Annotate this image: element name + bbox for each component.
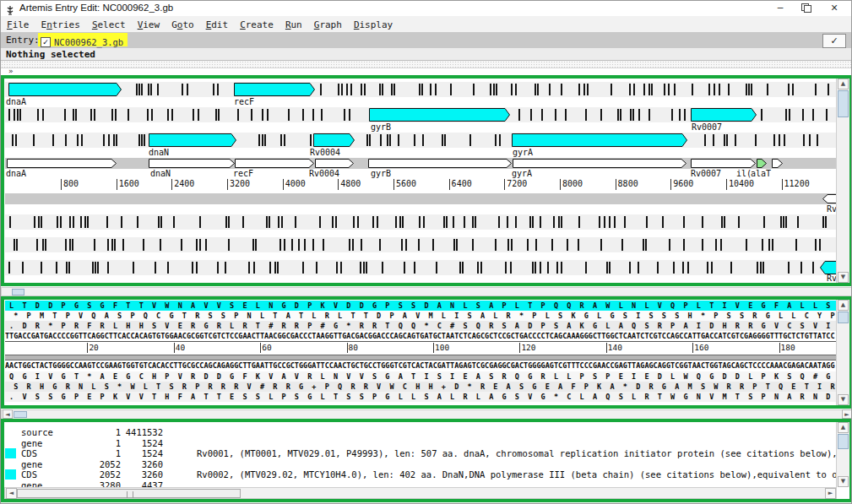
forward-frame-3[interactable] xyxy=(5,133,837,148)
featurelist-hscroll-thumb[interactable] xyxy=(17,489,241,498)
feature-Rv0007[interactable] xyxy=(691,108,757,122)
hscroll-right-arrow[interactable]: ► xyxy=(842,409,852,419)
feature-gyrA[interactable] xyxy=(512,133,687,147)
aa-reverse-frame-1[interactable]: Q G I V G T * A E G C H P V R D D G F K … xyxy=(5,371,836,382)
feature-type: CDS xyxy=(21,448,37,458)
selection-status: Nothing selected xyxy=(6,49,95,60)
ruler-tick-1600: 1600 xyxy=(117,179,139,190)
restore-button[interactable] xyxy=(795,1,820,16)
sequence-vertical-scrollbar[interactable]: ▲▼ xyxy=(836,300,849,405)
feature-description: Rv0002, (MTV029.02, MTCY10H4.0), len: 40… xyxy=(197,469,835,480)
seq-ruler-tick-80: 80 xyxy=(347,343,358,353)
forward-strand-gene-line[interactable] xyxy=(5,158,837,169)
ruler-tick-11200: 11200 xyxy=(782,179,810,190)
forward-frame-1[interactable] xyxy=(5,82,837,97)
vscroll-down-arrow[interactable]: ▼ xyxy=(838,476,849,487)
feature-row-gene-1[interactable]: gene11524 xyxy=(4,438,837,448)
menu-select[interactable]: Select xyxy=(92,19,126,30)
aa-frame-2[interactable]: * P M T P V Q A S P Q C G T R S S P N L … xyxy=(5,311,836,321)
menu-goto[interactable]: Goto xyxy=(171,19,194,30)
gene-gyrA[interactable] xyxy=(513,159,686,168)
menu-entries[interactable]: Entries xyxy=(41,19,80,30)
featurelist-horizontal-scrollbar[interactable]: ◄► xyxy=(4,487,837,499)
vscroll-up-arrow[interactable]: ▲ xyxy=(838,300,849,311)
gene-recF[interactable] xyxy=(235,159,314,168)
feature-row-source-1[interactable]: source14411532 xyxy=(4,427,837,437)
feature-Rv0004[interactable] xyxy=(313,133,355,147)
feature-type: source xyxy=(21,427,53,437)
overview-hscroll-thumb[interactable] xyxy=(12,289,24,295)
window-title: Artemis Entry Edit: NC000962_3.gb xyxy=(19,3,173,13)
ruler-tick-9600: 9600 xyxy=(670,179,693,190)
overview-horizontal-scrollbar[interactable] xyxy=(1,287,852,296)
gene-dnaN[interactable] xyxy=(149,159,235,168)
overview-vscroll-thumb[interactable] xyxy=(838,90,849,117)
seq-ruler-tick-120: 120 xyxy=(519,343,535,353)
vscroll-down-arrow[interactable]: ▼ xyxy=(838,272,849,283)
minimize-button[interactable]: – xyxy=(768,1,793,16)
close-button[interactable]: × xyxy=(822,1,847,16)
genome-overview-panel[interactable]: dnaArecFgyrBRv0007dnaNRv0004gyrAdnaAdnaN… xyxy=(1,75,852,286)
confirm-button[interactable]: ✓ xyxy=(822,34,846,48)
reverse-frame-3[interactable] xyxy=(5,260,837,275)
aa-frame-1[interactable]: L T D D P G S G F T T V W N A V V S E L … xyxy=(5,301,836,311)
dna-forward-strand[interactable]: TTGACCGATGACCCCGGTTCAGGCTTCACCACAGTGTGGA… xyxy=(5,331,836,342)
hscroll-left-arrow[interactable]: ◄ xyxy=(3,409,13,419)
feature-Rv00[interactable] xyxy=(820,261,837,274)
ruler-tick-5600: 5600 xyxy=(393,179,416,190)
feature-description: Rv0001, (MT0001, MTV029.01, P49993), len… xyxy=(197,448,835,458)
menu-display[interactable]: Display xyxy=(354,19,393,30)
feature-type: CDS xyxy=(21,469,37,480)
dna-reverse-strand[interactable]: AACTGGCTACTGGGGCCAAGTCCGAAGTGGTGTCACACCT… xyxy=(5,360,836,371)
feature-label-il(: il( xyxy=(736,170,752,178)
gene-Rv0007[interactable] xyxy=(691,159,756,168)
sequence-vscroll-thumb[interactable] xyxy=(838,312,849,323)
menu-run[interactable]: Run xyxy=(285,19,302,30)
menu-file[interactable]: File xyxy=(7,19,30,30)
expander-chevrons[interactable]: » xyxy=(8,68,13,75)
gene-alaT[interactable] xyxy=(772,159,783,168)
reverse-frame-1[interactable] xyxy=(5,214,837,230)
menu-edit[interactable]: Edit xyxy=(206,19,229,30)
gene-dnaA[interactable] xyxy=(7,159,117,168)
hscroll-left-arrow[interactable]: ◄ xyxy=(6,488,17,499)
feature-dnaA[interactable] xyxy=(8,83,122,96)
menu-view[interactable]: View xyxy=(138,19,160,30)
forward-frame-2[interactable] xyxy=(5,107,837,122)
aa-reverse-frame-3[interactable]: . V S S G P E P K V V T H F A T T E S S … xyxy=(5,392,836,402)
feature-row-cds-1[interactable]: CDS11524Rv0001, (MT0001, MTV029.01, P499… xyxy=(4,448,837,458)
featurelist-vertical-scrollbar[interactable]: ▲▼ xyxy=(836,422,849,487)
entry-tag[interactable]: ✓NC000962_3.gb xyxy=(38,33,128,46)
feature-label-gyrB: gyrB xyxy=(371,170,391,178)
forward-frame-3-labels: dnaNRv0004gyrA xyxy=(5,149,837,157)
reverse-frame-2[interactable] xyxy=(5,237,837,252)
featurelist-vscroll-thumb[interactable] xyxy=(838,434,849,449)
aa-frame-3[interactable]: . D R * P R F R L H H S V E R G R L R T … xyxy=(5,321,836,331)
feature-recF[interactable] xyxy=(234,83,315,96)
feature-row-gene-2052[interactable]: gene20523260 xyxy=(4,459,837,469)
entry-checkbox[interactable]: ✓ xyxy=(41,37,51,47)
sequence-hscroll-thumb[interactable] xyxy=(14,411,27,418)
feature-dnaN[interactable] xyxy=(149,133,236,147)
menu-graph[interactable]: Graph xyxy=(314,19,342,30)
vscroll-down-arrow[interactable]: ▼ xyxy=(838,394,849,405)
ruler-tick-4000: 4000 xyxy=(283,179,306,190)
menu-create[interactable]: Create xyxy=(240,19,274,30)
hscroll-right-arrow[interactable]: ► xyxy=(825,488,836,499)
feature-gyrB[interactable] xyxy=(369,108,510,122)
gene-Rv00[interactable] xyxy=(822,194,837,203)
reverse-strand-gene-line[interactable] xyxy=(5,193,837,204)
seq-ruler-tick-180: 180 xyxy=(779,343,795,353)
aa-reverse-frame-2[interactable]: S R H G R N L S * W L T S R P R R R V # … xyxy=(5,382,836,392)
gene-gyrB[interactable] xyxy=(368,159,512,168)
overview-vertical-scrollbar[interactable]: ▲▼ xyxy=(836,79,849,283)
strand-divider xyxy=(5,355,836,360)
vscroll-up-arrow[interactable]: ▲ xyxy=(838,79,849,89)
gene-ileT[interactable] xyxy=(757,159,767,168)
gene-Rv0004[interactable] xyxy=(315,159,354,168)
sequence-view-panel[interactable]: L T D D P G S G F T T V W N A V V S E L … xyxy=(1,296,852,409)
feature-start: 2052 xyxy=(77,459,121,469)
vscroll-up-arrow[interactable]: ▲ xyxy=(838,422,849,433)
feature-row-cds-2052[interactable]: CDS20523260Rv0002, (MTV029.02, MTCY10H4.… xyxy=(4,469,837,480)
feature-list-panel[interactable]: source14411532gene11524CDS11524Rv0001, (… xyxy=(1,419,852,502)
